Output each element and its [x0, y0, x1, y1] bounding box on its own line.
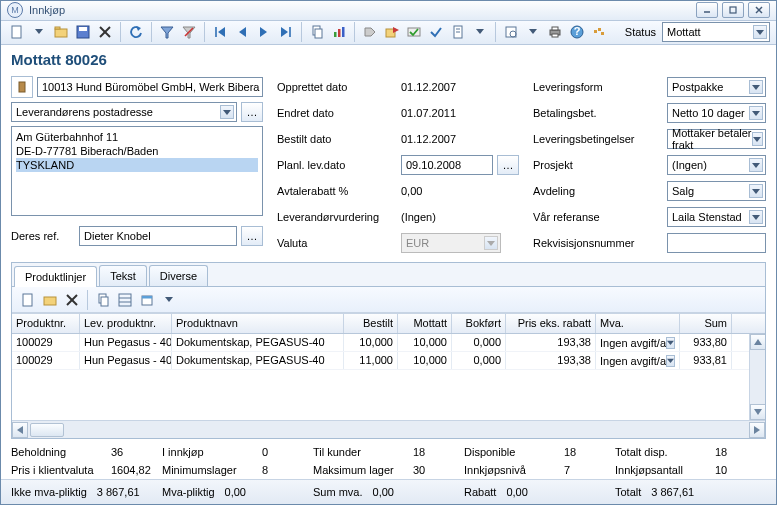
product-grid: Produktnr. Lev. produktnr. Produktnavn B… [12, 313, 765, 438]
toolbar-separator [151, 22, 152, 42]
tab-product-lines[interactable]: Produktlinjer [14, 266, 97, 287]
deres-ref-lookup-button[interactable]: … [241, 226, 263, 246]
close-button[interactable] [748, 2, 770, 18]
deres-ref-input[interactable]: Dieter Knobel [79, 226, 237, 246]
small-arrow-icon[interactable] [470, 22, 490, 42]
check-icon[interactable] [426, 22, 446, 42]
supplier-name-input[interactable]: 10013 Hund Büromöbel GmbH, Werk Bibera [37, 77, 263, 97]
svg-marker-5 [35, 29, 43, 34]
preview-icon[interactable] [501, 22, 521, 42]
requisition-input[interactable] [667, 233, 766, 253]
col-received[interactable]: Mottatt [398, 314, 452, 333]
settings-icon[interactable] [589, 22, 609, 42]
svg-rect-6 [55, 29, 67, 37]
svg-rect-57 [44, 297, 56, 305]
calendar-line-icon[interactable] [137, 290, 157, 310]
maximize-button[interactable] [722, 2, 744, 18]
svg-rect-45 [601, 32, 604, 35]
filter-icon[interactable] [157, 22, 177, 42]
svg-rect-9 [79, 27, 87, 31]
open-line-icon[interactable] [40, 290, 60, 310]
doc-icon[interactable] [448, 22, 468, 42]
copy-icon[interactable] [307, 22, 327, 42]
small-arrow-icon[interactable] [29, 22, 49, 42]
grid-icon[interactable] [115, 290, 135, 310]
scroll-left-icon[interactable] [12, 422, 28, 438]
currency-select: EUR [401, 233, 501, 253]
svg-marker-37 [529, 29, 537, 34]
svg-rect-39 [552, 27, 558, 30]
tab-misc[interactable]: Diverse [149, 265, 208, 286]
payment-terms-select[interactable]: Netto 10 dager [667, 103, 766, 123]
vat-cell[interactable]: Ingen avgift/a [596, 334, 680, 351]
col-ordered[interactable]: Bestilt [344, 314, 398, 333]
svg-marker-17 [218, 27, 225, 37]
print-icon[interactable] [545, 22, 565, 42]
help-icon[interactable]: ? [567, 22, 587, 42]
small-arrow-icon[interactable] [159, 290, 179, 310]
table-row[interactable]: 100029 Hun Pegasus - 40 Dokumentskap, PE… [12, 334, 765, 352]
scroll-right-icon[interactable] [749, 422, 765, 438]
totals-row: Ikke mva-pliktig3 867,61 Mva-pliktig0,00… [1, 479, 776, 504]
scroll-up-icon[interactable] [750, 334, 765, 350]
our-reference-select[interactable]: Laila Stenstad [667, 207, 766, 227]
vertical-scrollbar[interactable] [749, 334, 765, 420]
copy-line-icon[interactable] [93, 290, 113, 310]
svg-marker-71 [754, 409, 762, 415]
toolbar-separator [120, 22, 121, 42]
chart-icon[interactable] [329, 22, 349, 42]
project-select[interactable]: (Ingen) [667, 155, 766, 175]
col-price[interactable]: Pris eks. rabatt [506, 314, 596, 333]
window-title: Innkjøp [29, 4, 696, 16]
svg-rect-24 [334, 32, 337, 37]
tag-icon[interactable] [360, 22, 380, 42]
delete-icon[interactable] [95, 22, 115, 42]
page-title: Mottatt 80026 [11, 51, 766, 68]
prev-icon[interactable] [232, 22, 252, 42]
chevron-down-icon [666, 337, 675, 349]
col-productname[interactable]: Produktnavn [172, 314, 344, 333]
last-icon[interactable] [276, 22, 296, 42]
department-select[interactable]: Salg [667, 181, 766, 201]
col-vat[interactable]: Mva. [596, 314, 680, 333]
delivery-form-select[interactable]: Postpakke [667, 77, 766, 97]
open-icon[interactable] [51, 22, 71, 42]
status-select[interactable]: Mottatt [662, 22, 770, 42]
delete-line-icon[interactable] [62, 290, 82, 310]
small-arrow-icon[interactable] [523, 22, 543, 42]
horizontal-scrollbar[interactable] [12, 420, 765, 438]
dates-column: Opprettet dato01.12.2007 Endret dato01.0… [277, 76, 519, 254]
col-posted[interactable]: Bokført [452, 314, 506, 333]
supplier-icon[interactable] [11, 76, 33, 98]
planned-delivery-input[interactable]: 09.10.2008 [401, 155, 493, 175]
col-sum[interactable]: Sum [680, 314, 732, 333]
col-supplier-productno[interactable]: Lev. produktnr. [80, 314, 172, 333]
tab-text[interactable]: Tekst [99, 265, 147, 286]
undo-icon[interactable] [126, 22, 146, 42]
export-icon[interactable] [382, 22, 402, 42]
first-icon[interactable] [210, 22, 230, 42]
address-type-select[interactable]: Leverandørens postadresse [11, 102, 237, 122]
table-row[interactable]: 100029 Hun Pegasus - 40 Dokumentskap, PE… [12, 352, 765, 370]
save-icon[interactable] [73, 22, 93, 42]
tabs-strip: Produktlinjer Tekst Diverse [12, 263, 765, 287]
new-line-icon[interactable] [18, 290, 38, 310]
address-textarea[interactable]: Am Güterbahnhof 11 DE-D-77781 Biberach/B… [11, 126, 263, 216]
checkbook-icon[interactable] [404, 22, 424, 42]
address-lookup-button[interactable]: … [241, 102, 263, 122]
date-picker-button[interactable]: … [497, 155, 519, 175]
tab-toolbar [12, 287, 765, 313]
toolbar-separator [495, 22, 496, 42]
svg-marker-72 [17, 426, 23, 434]
supplier-column: 10013 Hund Büromöbel GmbH, Werk Bibera L… [11, 76, 263, 254]
delivery-terms-select[interactable]: Mottaker betaler frakt [667, 129, 766, 149]
col-productno[interactable]: Produktnr. [12, 314, 80, 333]
filter-clear-icon[interactable] [179, 22, 199, 42]
scroll-thumb[interactable] [30, 423, 64, 437]
svg-marker-13 [161, 27, 173, 38]
vat-cell[interactable]: Ingen avgift/a [596, 352, 680, 369]
new-icon[interactable] [7, 22, 27, 42]
minimize-button[interactable] [696, 2, 718, 18]
scroll-down-icon[interactable] [750, 404, 765, 420]
next-icon[interactable] [254, 22, 274, 42]
